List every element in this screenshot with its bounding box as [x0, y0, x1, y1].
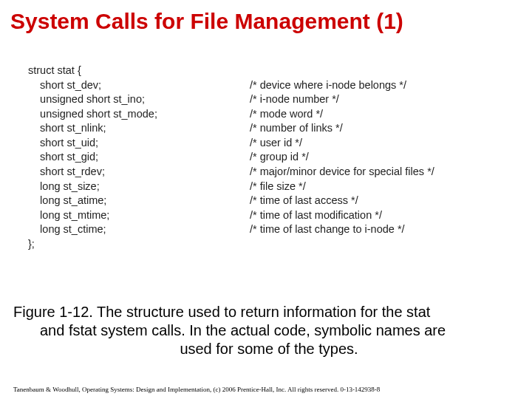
field-comment: /* time of last access */ — [250, 194, 358, 208]
caption-line: used for some of the types. — [13, 340, 525, 358]
struct-field-row: long st_atime;/* time of last access */ — [28, 194, 532, 208]
field-declaration: short st_dev; — [28, 78, 250, 93]
field-comment: /* group id */ — [250, 150, 309, 165]
struct-close: }; — [28, 237, 250, 252]
struct-open: struct stat { — [28, 64, 250, 78]
field-declaration: long st_size; — [28, 180, 250, 194]
struct-field-row: unsigned short st_mode;/* mode word */ — [28, 107, 532, 122]
struct-field-row: long st_size;/* file size */ — [28, 180, 532, 194]
figure-caption: Figure 1-12. The structure used to retur… — [13, 303, 525, 358]
struct-field-row: short st_nlink;/* number of links */ — [28, 121, 532, 136]
slide-title: System Calls for File Management (1) — [0, 0, 532, 34]
field-comment: /* device where i-node belongs */ — [250, 78, 406, 93]
field-declaration: short st_gid; — [28, 150, 250, 165]
struct-field-row: long st_ctime;/* time of last change to … — [28, 222, 532, 237]
field-declaration: short st_rdev; — [28, 165, 250, 180]
copyright-footer: Tanenbaum & Woodhull, Operating Systems:… — [13, 386, 519, 393]
field-comment: /* time of last modification */ — [250, 208, 382, 223]
field-comment: /* major/minor device for special files … — [250, 165, 434, 180]
field-declaration: short st_uid; — [28, 136, 250, 151]
struct-field-row: short st_rdev;/* major/minor device for … — [28, 165, 532, 180]
field-comment: /* mode word */ — [250, 107, 323, 122]
struct-field-row: short st_uid;/* user id */ — [28, 136, 532, 151]
field-declaration: short st_nlink; — [28, 121, 250, 136]
field-declaration: long st_mtime; — [28, 208, 250, 223]
field-comment: /* user id */ — [250, 136, 302, 151]
field-comment: /* number of links */ — [250, 121, 343, 136]
caption-line: and fstat system calls. In the actual co… — [13, 321, 525, 340]
struct-field-row: short st_gid;/* group id */ — [28, 150, 532, 165]
struct-code-block: struct stat { short st_dev;/* device whe… — [0, 64, 532, 251]
field-declaration: unsigned short st_mode; — [28, 107, 250, 122]
field-declaration: long st_ctime; — [28, 222, 250, 237]
field-comment: /* i-node number */ — [250, 92, 339, 107]
field-declaration: unsigned short st_ino; — [28, 92, 250, 107]
struct-field-row: unsigned short st_ino;/* i-node number *… — [28, 92, 532, 107]
field-comment: /* file size */ — [250, 180, 306, 194]
caption-line: Figure 1-12. The structure used to retur… — [13, 304, 430, 320]
field-declaration: long st_atime; — [28, 194, 250, 208]
field-comment: /* time of last change to i-node */ — [250, 222, 405, 237]
struct-field-row: short st_dev;/* device where i-node belo… — [28, 78, 532, 93]
struct-field-row: long st_mtime;/* time of last modificati… — [28, 208, 532, 223]
